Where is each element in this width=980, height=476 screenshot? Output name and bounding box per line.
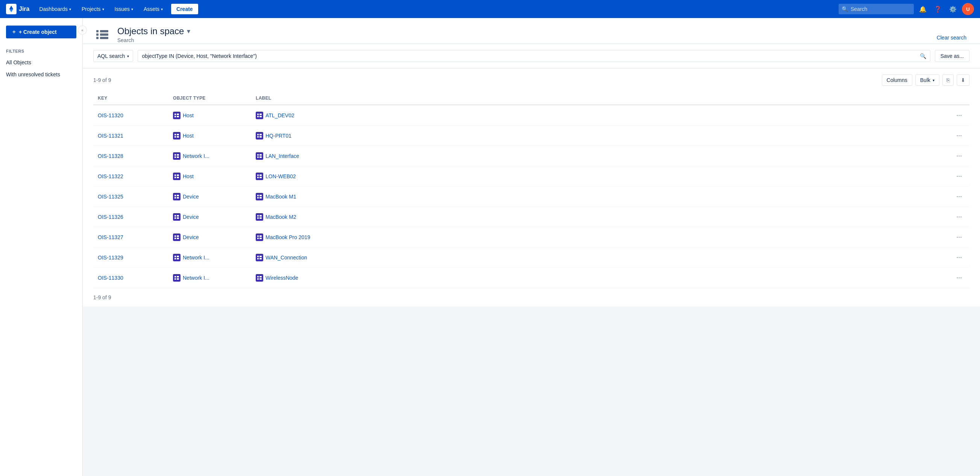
sidebar-collapse-button[interactable]: «	[78, 25, 87, 35]
settings-icon[interactable]: ⚙️	[947, 3, 959, 15]
key-link[interactable]: OIS-11330	[98, 275, 123, 281]
help-icon[interactable]: ❓	[932, 3, 944, 15]
table-cell-label: LON-WEB02	[251, 166, 947, 186]
label-icon	[256, 213, 263, 221]
nav-issues[interactable]: Issues ▾	[111, 4, 137, 14]
more-options-button[interactable]: ···	[953, 171, 965, 181]
save-as-button[interactable]: Save as...	[935, 50, 969, 62]
columns-button[interactable]: Columns	[882, 75, 912, 86]
more-options-button[interactable]: ···	[953, 150, 965, 161]
table-cell-more: ···	[947, 247, 969, 268]
svg-rect-57	[177, 238, 179, 239]
object-label: HQ-PRT01	[256, 132, 942, 140]
export-button[interactable]: ⬇	[957, 75, 969, 86]
object-type-label[interactable]: Device	[183, 194, 199, 200]
svg-rect-16	[177, 134, 179, 135]
nav-dashboards[interactable]: Dashboards ▾	[35, 4, 75, 14]
create-button[interactable]: Create	[171, 4, 198, 14]
label-link[interactable]: WAN_Connection	[266, 255, 307, 261]
clear-search-button[interactable]: Clear search	[934, 33, 969, 42]
label-link[interactable]: MacBook Pro 2019	[266, 234, 310, 240]
svg-rect-35	[257, 177, 259, 178]
object-type-label[interactable]: Device	[183, 214, 199, 220]
chevron-down-icon[interactable]: ▾	[187, 27, 190, 35]
more-options-button[interactable]: ···	[953, 130, 965, 141]
label-link[interactable]: LON-WEB02	[266, 174, 296, 179]
more-options-button[interactable]: ···	[953, 232, 965, 242]
bulk-button[interactable]: Bulk ▾	[915, 75, 939, 86]
object-label: MacBook M2	[256, 213, 942, 221]
key-link[interactable]: OIS-11329	[98, 255, 123, 261]
label-link[interactable]: WirelessNode	[266, 275, 298, 281]
object-type-cell: Network I...	[173, 254, 247, 261]
table-cell-more: ···	[947, 207, 969, 227]
jira-logo[interactable]: Jira	[6, 4, 29, 14]
svg-rect-38	[175, 195, 176, 196]
object-type-label[interactable]: Network I...	[183, 153, 210, 159]
svg-rect-28	[259, 154, 262, 156]
aql-search-input[interactable]	[142, 53, 916, 59]
global-search-wrapper: 🔍	[838, 4, 914, 14]
table-cell-type: Network I...	[169, 268, 251, 288]
sidebar-item-all-objects[interactable]: All Objects	[0, 56, 82, 68]
table-cell-label: LAN_Interface	[251, 146, 947, 166]
global-search-input[interactable]	[838, 4, 914, 14]
key-link[interactable]: OIS-11322	[98, 174, 123, 179]
object-type-label[interactable]: Host	[183, 174, 194, 179]
col-key: Key	[93, 92, 169, 105]
table-cell-label: HQ-PRT01	[251, 126, 947, 146]
label-link[interactable]: MacBook M2	[266, 214, 296, 220]
table-header: Key Object Type Label	[93, 92, 969, 105]
object-type-label[interactable]: Host	[183, 112, 194, 118]
svg-rect-32	[177, 175, 179, 176]
key-link[interactable]: OIS-11326	[98, 214, 123, 220]
app-container: ＋ + Create object « FILTERS All Objects …	[0, 18, 980, 476]
aql-search-dropdown[interactable]: AQL search ▾	[93, 50, 133, 62]
table-cell-type: Host	[169, 166, 251, 186]
key-link[interactable]: OIS-11327	[98, 234, 123, 240]
key-link[interactable]: OIS-11328	[98, 153, 123, 159]
svg-rect-58	[257, 236, 259, 237]
share-button[interactable]: ⎘	[942, 75, 954, 86]
more-options-button[interactable]: ···	[953, 110, 965, 121]
avatar[interactable]: U	[962, 3, 974, 15]
table-cell-more: ···	[947, 105, 969, 126]
table-cell-more: ···	[947, 268, 969, 288]
object-type-icon	[173, 132, 180, 140]
key-link[interactable]: OIS-11325	[98, 194, 123, 200]
object-type-label[interactable]: Host	[183, 133, 194, 139]
svg-rect-37	[259, 177, 262, 178]
svg-rect-73	[177, 278, 179, 280]
plus-icon: ＋	[11, 29, 16, 35]
svg-rect-6	[175, 113, 176, 115]
more-options-button[interactable]: ···	[953, 252, 965, 263]
svg-rect-20	[259, 134, 262, 135]
more-options-button[interactable]: ···	[953, 191, 965, 202]
svg-rect-66	[257, 256, 259, 257]
page-header: Objects in space ▾ Search Clear search	[83, 18, 980, 44]
jira-logo-text: Jira	[19, 6, 29, 13]
table-cell-key: OIS-11326	[93, 207, 169, 227]
object-type-label[interactable]: Network I...	[183, 255, 210, 261]
table-cell-type: Device	[169, 227, 251, 247]
notifications-icon[interactable]: 🔔	[917, 3, 929, 15]
key-link[interactable]: OIS-11321	[98, 133, 123, 139]
key-link[interactable]: OIS-11320	[98, 112, 123, 118]
table-row: OIS-11329 Network I...	[93, 247, 969, 268]
more-options-button[interactable]: ···	[953, 211, 965, 222]
object-type-label[interactable]: Network I...	[183, 275, 210, 281]
object-type-label[interactable]: Device	[183, 234, 199, 240]
label-link[interactable]: LAN_Interface	[266, 153, 299, 159]
object-type-cell: Device	[173, 193, 247, 201]
label-link[interactable]: HQ-PRT01	[266, 133, 291, 139]
search-area: AQL search ▾ 🔍 Save as...	[83, 44, 980, 68]
label-link[interactable]: MacBook M1	[266, 194, 296, 200]
svg-rect-13	[259, 116, 262, 117]
more-options-button[interactable]: ···	[953, 272, 965, 283]
nav-assets[interactable]: Assets ▾	[140, 4, 167, 14]
sidebar-item-unresolved-tickets[interactable]: With unresolved tickets	[0, 68, 82, 80]
label-link[interactable]: ATL_DEV02	[266, 112, 294, 118]
create-object-button[interactable]: ＋ + Create object	[6, 25, 76, 38]
svg-rect-64	[177, 256, 179, 257]
nav-projects[interactable]: Projects ▾	[78, 4, 108, 14]
